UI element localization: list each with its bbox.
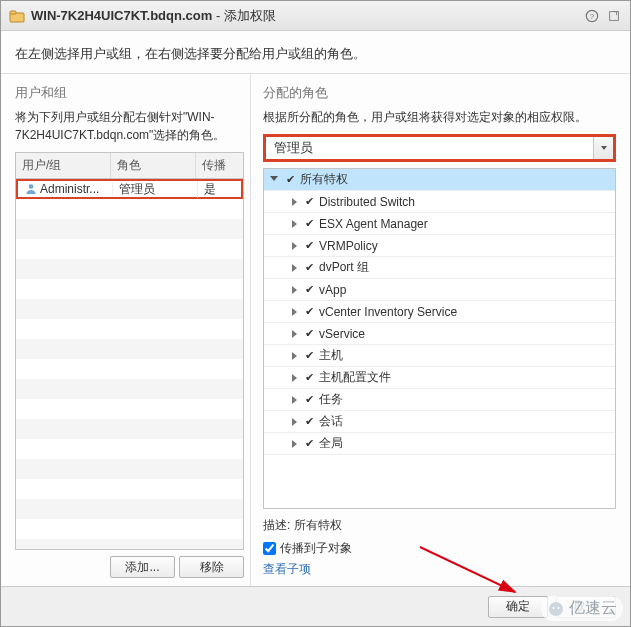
tree-root[interactable]: ✔ 所有特权 [264, 169, 615, 191]
tree-item-label: 主机配置文件 [319, 369, 391, 386]
users-table-header: 用户/组 角色 传播 [16, 153, 243, 179]
col-role-header[interactable]: 角色 [111, 153, 196, 178]
tree-item-label: 全局 [319, 435, 343, 452]
check-icon: ✔ [303, 372, 315, 384]
tree-root-label: 所有特权 [300, 171, 348, 188]
check-icon: ✔ [303, 438, 315, 450]
description-value: 所有特权 [294, 518, 342, 532]
users-groups-desc: 将为下列用户或组分配右侧针对"WIN-7K2H4UIC7KT.bdqn.com"… [15, 108, 244, 144]
description-label: 描述: [263, 518, 294, 532]
dropdown-arrow-icon[interactable] [593, 137, 613, 159]
assigned-role-desc: 根据所分配的角色，用户或组将获得对选定对象的相应权限。 [263, 108, 616, 126]
table-row[interactable]: Administr... 管理员 是 [16, 179, 243, 199]
tree-item-label: dvPort 组 [319, 259, 369, 276]
cell-propagate: 是 [198, 181, 241, 198]
users-groups-heading: 用户和组 [15, 84, 244, 102]
check-icon: ✔ [284, 174, 296, 186]
chevron-right-icon [292, 374, 297, 382]
chevron-right-icon [292, 440, 297, 448]
propagate-checkbox-row: 传播到子对象 [263, 540, 616, 557]
popout-icon[interactable] [606, 8, 622, 24]
tree-item[interactable]: ✔vApp [264, 279, 615, 301]
col-propagate-header[interactable]: 传播 [196, 153, 243, 178]
tree-item[interactable]: ✔vService [264, 323, 615, 345]
chevron-right-icon [292, 220, 297, 228]
remove-button[interactable]: 移除 [179, 556, 244, 578]
svg-text:?: ? [590, 11, 595, 20]
check-icon: ✔ [303, 306, 315, 318]
tree-item-label: ESX Agent Manager [319, 217, 428, 231]
check-icon: ✔ [303, 394, 315, 406]
assigned-role-heading: 分配的角色 [263, 84, 616, 102]
check-icon: ✔ [303, 196, 315, 208]
propagate-checkbox-label: 传播到子对象 [280, 540, 352, 557]
tree-item[interactable]: ✔VRMPolicy [264, 235, 615, 257]
propagate-checkbox[interactable] [263, 542, 276, 555]
tree-item[interactable]: ✔全局 [264, 433, 615, 455]
tree-item[interactable]: ✔vCenter Inventory Service [264, 301, 615, 323]
tree-item-label: vService [319, 327, 365, 341]
tree-item[interactable]: ✔任务 [264, 389, 615, 411]
cell-user: Administr... [18, 182, 113, 197]
role-dropdown-value: 管理员 [266, 139, 593, 157]
tree-item[interactable]: ✔dvPort 组 [264, 257, 615, 279]
privilege-description: 描述: 所有特权 [263, 517, 616, 534]
tree-item[interactable]: ✔ESX Agent Manager [264, 213, 615, 235]
col-user-header[interactable]: 用户/组 [16, 153, 111, 178]
users-table: 用户/组 角色 传播 Administr... 管理员 是 [15, 152, 244, 550]
users-buttons: 添加... 移除 [15, 550, 244, 578]
tree-item[interactable]: ✔Distributed Switch [264, 191, 615, 213]
view-children-link[interactable]: 查看子项 [263, 562, 311, 576]
tree-item-label: Distributed Switch [319, 195, 415, 209]
tree-item-label: 主机 [319, 347, 343, 364]
chevron-right-icon [292, 308, 297, 316]
users-groups-panel: 用户和组 将为下列用户或组分配右侧针对"WIN-7K2H4UIC7KT.bdqn… [1, 74, 251, 586]
check-icon: ✔ [303, 218, 315, 230]
cancel-button[interactable]: 取消 [556, 596, 616, 618]
instruction-text: 在左侧选择用户或组，在右侧选择要分配给用户或组的角色。 [1, 31, 630, 74]
tree-item[interactable]: ✔主机 [264, 345, 615, 367]
tree-item-label: VRMPolicy [319, 239, 378, 253]
folder-icon [9, 8, 25, 24]
chevron-right-icon [292, 396, 297, 404]
add-button[interactable]: 添加... [110, 556, 175, 578]
cell-user-text: Administr... [40, 182, 99, 196]
chevron-down-icon [270, 176, 278, 185]
check-icon: ✔ [303, 328, 315, 340]
titlebar: WIN-7K2H4UIC7KT.bdqn.com - 添加权限 ? [1, 1, 630, 31]
tree-item-label: 任务 [319, 391, 343, 408]
dialog-title-suffix: - 添加权限 [212, 8, 276, 23]
view-children-row: 查看子项 [263, 561, 616, 578]
chevron-right-icon [292, 330, 297, 338]
add-permission-dialog: WIN-7K2H4UIC7KT.bdqn.com - 添加权限 ? 在左侧选择用… [0, 0, 631, 627]
check-icon: ✔ [303, 240, 315, 252]
help-icon[interactable]: ? [584, 8, 600, 24]
chevron-right-icon [292, 264, 297, 272]
tree-item-label: 会话 [319, 413, 343, 430]
svg-point-5 [29, 185, 34, 190]
content-area: 用户和组 将为下列用户或组分配右侧针对"WIN-7K2H4UIC7KT.bdqn… [1, 74, 630, 586]
user-icon [24, 182, 38, 196]
check-icon: ✔ [303, 262, 315, 274]
dialog-footer: 确定 取消 [1, 586, 630, 626]
users-table-body: Administr... 管理员 是 [16, 179, 243, 549]
svg-rect-1 [10, 11, 16, 14]
tree-item[interactable]: ✔会话 [264, 411, 615, 433]
dialog-title: WIN-7K2H4UIC7KT.bdqn.com - 添加权限 [31, 7, 578, 25]
chevron-right-icon [292, 286, 297, 294]
check-icon: ✔ [303, 350, 315, 362]
ok-button[interactable]: 确定 [488, 596, 548, 618]
check-icon: ✔ [303, 284, 315, 296]
privilege-tree[interactable]: ✔ 所有特权 ✔Distributed Switch ✔ESX Agent Ma… [263, 168, 616, 509]
dialog-title-host: WIN-7K2H4UIC7KT.bdqn.com [31, 8, 212, 23]
tree-item-label: vApp [319, 283, 346, 297]
chevron-right-icon [292, 352, 297, 360]
empty-rows [16, 199, 243, 549]
cell-role: 管理员 [113, 181, 198, 198]
role-dropdown[interactable]: 管理员 [263, 134, 616, 162]
assigned-role-panel: 分配的角色 根据所分配的角色，用户或组将获得对选定对象的相应权限。 管理员 ✔ … [251, 74, 630, 586]
chevron-right-icon [292, 418, 297, 426]
chevron-right-icon [292, 198, 297, 206]
chevron-right-icon [292, 242, 297, 250]
tree-item[interactable]: ✔主机配置文件 [264, 367, 615, 389]
